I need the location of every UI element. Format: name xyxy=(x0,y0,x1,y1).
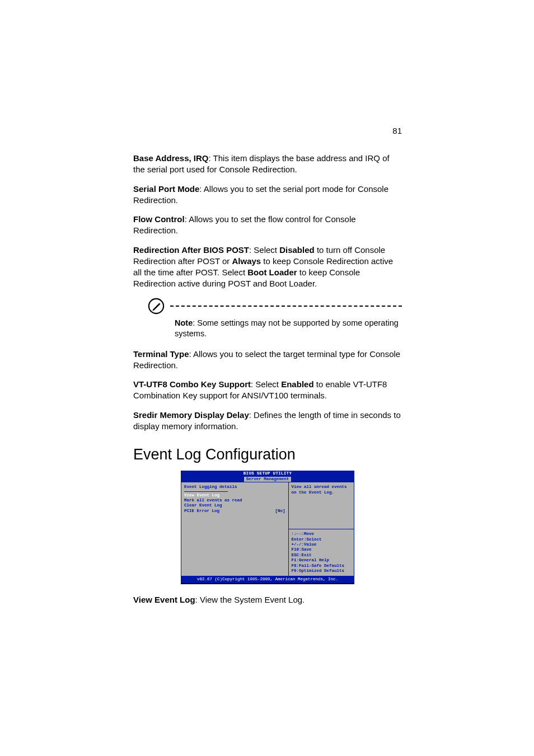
disabled: Disabled xyxy=(279,245,315,255)
key-optimized: F9:Optimized Defaults xyxy=(292,569,351,574)
bios-item-pcie-error-log[interactable]: PCIE Error Log [No] xyxy=(184,509,285,514)
bios-left-title: Event Logging details xyxy=(184,485,285,490)
item-base-address: Base Address, IRQ: This item displays th… xyxy=(133,153,402,176)
label: Base Address, IRQ xyxy=(133,153,209,163)
bios-body: Event Logging details View Event Log Mar… xyxy=(181,482,354,576)
section-heading: Event Log Configuration xyxy=(133,444,402,464)
help-line-2: on the Event Log. xyxy=(292,490,351,495)
item-terminal-type: Terminal Type: Allows you to select the … xyxy=(133,349,402,372)
t1: : Select xyxy=(251,379,281,389)
text: : View the System Event Log. xyxy=(195,595,305,604)
body-text: Base Address, IRQ: This item displays th… xyxy=(133,153,402,605)
key-exit: ESC:Exit xyxy=(292,553,351,558)
label: Sredir Memory Display Delay xyxy=(133,410,249,420)
item-view-event-log: View Event Log: View the System Event Lo… xyxy=(133,594,402,605)
label: Redirection After BIOS POST xyxy=(133,245,249,255)
label: Flow Control xyxy=(133,214,185,224)
bios-footer: v02.67 (C)Copyright 1985-2009, American … xyxy=(181,576,354,583)
key-failsafe: F8:Fail-Safe Defaults xyxy=(292,564,351,569)
bios-screenshot: BIOS SETUP UTILITY Server Management Eve… xyxy=(181,471,354,584)
bios-right-pane: View all unread events on the Event Log.… xyxy=(289,482,354,576)
page-content: 81 Base Address, IRQ: This item displays… xyxy=(133,126,402,613)
item-flow-control: Flow Control: Allows you to set the flow… xyxy=(133,214,402,237)
bootloader: Boot Loader xyxy=(247,267,297,277)
label: Serial Port Mode xyxy=(133,184,199,194)
help-line-1: View all unread events xyxy=(292,485,351,490)
t1: : Select xyxy=(249,245,279,255)
item-redirection-post: Redirection After BIOS POST: Select Disa… xyxy=(133,245,402,290)
note-text: Note: Some settings may not be supported… xyxy=(175,318,402,340)
note-icon-row xyxy=(148,298,402,314)
label: View Event Log xyxy=(133,595,195,604)
item-serial-port-mode: Serial Port Mode: Allows you to set the … xyxy=(133,184,402,206)
bios-item-view-event-log[interactable]: View Event Log xyxy=(184,493,285,498)
key-save: F10:Save xyxy=(292,547,351,552)
bios-help-text: View all unread events on the Event Log. xyxy=(289,482,354,529)
key-select: Enter:Select xyxy=(292,537,351,542)
label: VT-UTF8 Combo Key Support xyxy=(133,379,251,389)
bios-tab-bar: Server Management xyxy=(181,477,354,482)
item-vtutf8: VT-UTF8 Combo Key Support: Select Enable… xyxy=(133,379,402,402)
always: Always xyxy=(232,256,261,266)
note-label: Note xyxy=(175,318,193,327)
label: Terminal Type xyxy=(133,349,189,359)
key-help: F1:General Help xyxy=(292,558,351,563)
bios-left-pane: Event Logging details View Event Log Mar… xyxy=(181,482,289,576)
note-pencil-icon xyxy=(148,298,165,314)
note-body: : Some settings may not be supported by … xyxy=(175,318,399,339)
bios-item-clear-log[interactable]: Clear Event Log xyxy=(184,503,285,508)
bios-pcie-value: [No] xyxy=(275,509,285,514)
dashed-divider xyxy=(170,306,402,307)
page-number: 81 xyxy=(392,126,402,135)
item-sredir: Sredir Memory Display Delay: Defines the… xyxy=(133,410,402,433)
key-move: ↑↓←→:Move xyxy=(292,532,351,537)
bios-tab-server-management[interactable]: Server Management xyxy=(244,477,292,482)
bios-pcie-label: PCIE Error Log xyxy=(184,509,219,514)
enabled: Enabled xyxy=(281,379,313,389)
bios-title: BIOS SETUP UTILITY xyxy=(181,471,354,477)
note-block: Note: Some settings may not be supported… xyxy=(133,298,402,340)
key-value: +/-/:Value xyxy=(292,542,351,547)
bios-key-legend: ↑↓←→:Move Enter:Select +/-/:Value F10:Sa… xyxy=(289,529,354,576)
bios-item-mark-read[interactable]: Mark all events as read xyxy=(184,498,285,503)
bios-divider xyxy=(184,491,228,492)
